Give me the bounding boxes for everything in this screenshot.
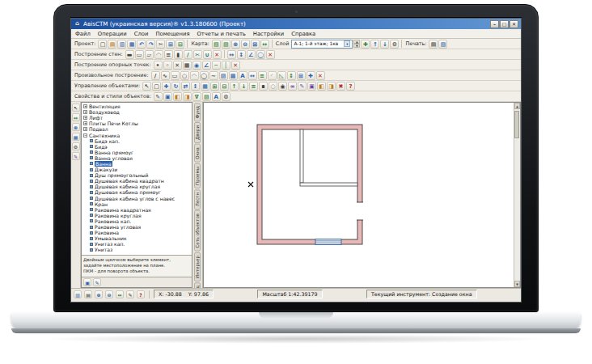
undo-icon[interactable]: ↶ [137,40,146,49]
tree-category[interactable]: −Сантехника [83,132,190,138]
array-icon[interactable]: ▦ [201,82,209,91]
tree-category[interactable]: +Подвал [83,126,190,132]
group-icon[interactable]: ⊞ [210,82,219,91]
draw-ellipse-icon[interactable]: ◯ [200,71,209,80]
map-save-icon[interactable]: ▨ [222,40,230,49]
side-tab-foundation[interactable]: Фунд [194,103,201,121]
vertical-scrollbar[interactable]: ▲ ▼ [514,103,520,287]
collapse-icon[interactable]: − [83,133,87,138]
tree-category[interactable]: +Вентиляция [83,104,190,109]
properties-icon[interactable]: ✎ [154,92,163,101]
save-project-icon[interactable]: ▥ [117,40,126,49]
measure-icon[interactable]: ↕ [287,71,296,80]
snap-icon[interactable]: ◉ [192,61,201,70]
menu-rooms[interactable]: Помещения [155,31,189,37]
lock-icon[interactable]: ∎ [259,82,268,91]
menu-settings[interactable]: Настройки [253,31,284,37]
vtool-edit-icon[interactable]: ✎ [72,152,80,160]
layer-up-icon[interactable]: ↑ [370,40,379,49]
layer-settings-icon[interactable]: ⚙ [390,40,399,49]
object-place-button[interactable]: ✎ [93,278,101,286]
tree-item[interactable]: Ванна угловая [83,155,190,161]
side-tab-stairs[interactable]: Лестн [194,189,201,210]
status-pan-icon[interactable]: ↔ [116,290,124,298]
copy-icon[interactable]: ⊞ [166,40,175,49]
wall-line-icon[interactable]: ▬ [125,50,134,59]
side-tab-rooms[interactable]: Помещ [194,282,201,288]
close-button[interactable]: ✕ [510,20,518,28]
point-mid-icon[interactable]: ◦ [163,61,172,70]
tree-item[interactable]: Душевая кабина углов с навес [83,196,190,201]
vtool-settings-icon[interactable]: ⚙ [72,142,80,150]
draw-arc-icon[interactable]: ◠ [190,71,199,80]
to-back-icon[interactable]: ↓ [239,82,248,91]
point-icon[interactable]: • [154,61,163,70]
select-icon[interactable]: ↖ [142,82,151,91]
side-tab-doors[interactable]: Двери [194,122,201,143]
wall-chain-icon[interactable]: ≡ [164,50,173,59]
zoom-in-icon[interactable]: ⊕ [231,40,240,49]
tree-item[interactable]: Душевая кабина прямоуг [83,189,190,195]
menu-file[interactable]: Файл [75,31,91,37]
status-zoom-out-icon[interactable]: ⊖ [105,290,113,298]
object-props-icon[interactable]: ✎ [298,82,307,91]
expand-icon[interactable]: + [83,121,87,125]
menu-help[interactable]: Справка [291,31,315,37]
zoom-out-icon[interactable]: ⊖ [241,40,250,49]
tree-item[interactable]: Кран [83,201,190,207]
dim-radius-icon[interactable]: ◯ [256,50,265,59]
wall-poly-icon[interactable]: ▱ [145,50,154,59]
align-icon[interactable]: ≡ [249,82,258,91]
wall-rect-icon[interactable]: ▭ [135,50,144,59]
maximize-button[interactable]: ▢ [500,20,509,28]
status-print-icon[interactable]: ▤ [84,290,92,298]
font-icon[interactable]: А [212,92,221,101]
settings-icon[interactable]: ⚙ [222,92,230,101]
move-icon[interactable]: ✚ [162,82,171,91]
tree-item[interactable]: Умывальник [83,235,190,241]
spin-down-icon[interactable]: ▼ [353,44,360,48]
point-grid-icon[interactable]: ▦ [183,61,192,70]
tree-item[interactable]: Бидэ [83,144,190,150]
tree-item[interactable]: Ванна прямоуг [83,150,190,155]
minimize-button[interactable]: – [490,20,499,28]
draw-rect-icon[interactable]: ▭ [171,71,180,80]
tree-item[interactable]: Душ прямоугольный [83,172,190,178]
vtool-zoom-icon[interactable]: ⊕ [72,123,80,131]
tree-item[interactable]: Раковина квадратная [83,207,190,213]
menu-layers[interactable]: Слои [134,31,149,37]
tree-item[interactable]: Бидэ кап. [83,138,190,144]
print-icon[interactable]: ▤ [429,40,438,49]
expand-icon[interactable]: + [83,127,87,131]
save-as-icon[interactable]: ▦ [127,40,136,49]
eyedropper-icon[interactable]: ∇ [192,92,201,101]
text-icon[interactable]: А [239,71,247,80]
ungroup-icon[interactable]: ⊟ [220,82,229,91]
to-front-icon[interactable]: ↑ [230,82,239,91]
wall-column-icon[interactable]: ▮ [174,50,183,59]
fillet-icon[interactable]: ◜ [268,71,277,80]
expand-icon[interactable]: + [83,110,87,114]
object-material-icon[interactable]: ◨ [327,82,336,91]
wall-merge-icon[interactable]: ∪ [203,50,212,59]
status-help-icon[interactable]: ? [137,290,145,298]
vtool-select-icon[interactable]: ↖ [72,104,80,112]
menu-reports[interactable]: Отчеты и печать [197,31,246,37]
expand-icon[interactable]: + [83,104,87,108]
pan-icon[interactable]: ↔ [260,40,269,49]
scroll-down-icon[interactable]: ▼ [514,281,520,287]
tree-item[interactable]: Раковина угловая [83,224,190,230]
dropdown-arrow-icon[interactable]: ▾ [344,40,350,47]
attach-icon[interactable]: ∞ [288,82,297,91]
menu-operations[interactable]: Операции [98,31,127,37]
drawing-canvas[interactable]: ▲ ▼ [203,102,521,288]
new-project-icon[interactable]: ▢ [98,40,107,49]
layer-add-icon[interactable]: ✚ [361,40,370,49]
side-tab-openings[interactable]: Проемы [194,163,201,188]
dim-icon[interactable]: ↔ [248,71,257,80]
tree-item[interactable]: Раковина [83,230,190,235]
dim-linear-icon[interactable]: ↔ [227,50,236,59]
dim-vertical-icon[interactable]: ↕ [237,50,246,59]
side-tab-networks[interactable]: Сеть объектов [194,210,201,252]
erase-icon[interactable]: ✕ [316,71,325,80]
